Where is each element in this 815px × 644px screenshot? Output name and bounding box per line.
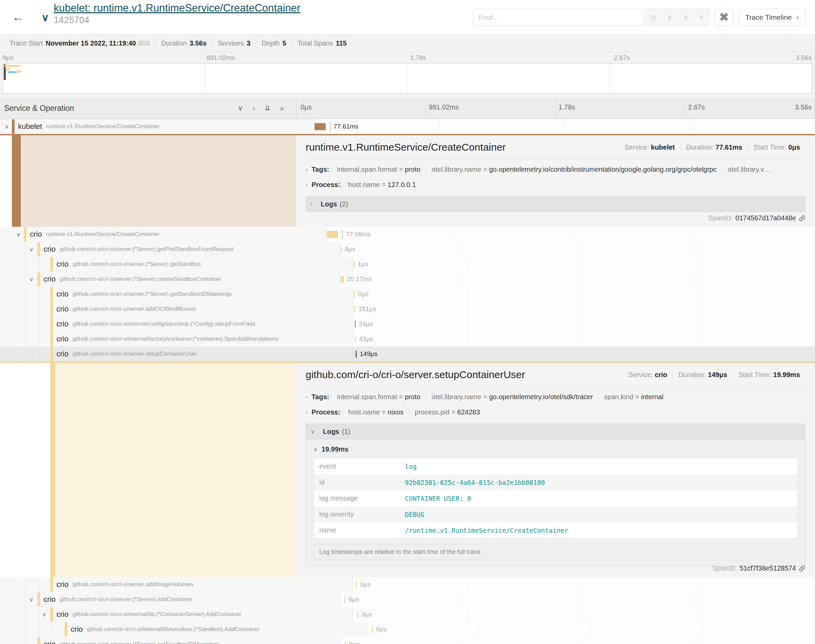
span-row[interactable]: ∨ crio github.com/cri-o/cri-o/server.add… bbox=[0, 577, 815, 592]
chevron-down-icon[interactable]: ∨ bbox=[29, 246, 33, 253]
find-input[interactable] bbox=[473, 9, 644, 26]
span-row[interactable]: ∨ crio github.com/cri-o/cri-o/internal/f… bbox=[0, 331, 815, 347]
process-row[interactable]: › Process: host.name = 127.0.0.1 bbox=[306, 181, 806, 189]
span-duration-bar[interactable] bbox=[354, 261, 355, 268]
next-match-icon[interactable]: ∨ bbox=[683, 13, 688, 22]
link-icon[interactable] bbox=[799, 565, 806, 572]
tags-row[interactable]: › Tags: internal.span.format = proto ote… bbox=[306, 393, 806, 401]
span-duration-bar[interactable] bbox=[354, 306, 355, 313]
logs-toggle[interactable]: ∨ Logs (1) bbox=[306, 424, 805, 439]
span-duration-label: 77.61ms bbox=[334, 123, 358, 130]
span-row[interactable]: ∨ crio github.com/cri-o/cri-o/server.(*S… bbox=[0, 637, 815, 644]
span-name-cell[interactable]: ∨ crio github.com/cri-o/cri-o/internal/l… bbox=[0, 607, 353, 622]
span-row[interactable]: ∨ crio github.com/cri-o/cri-o/internal/c… bbox=[0, 317, 815, 331]
trace-title-link[interactable]: kubelet: runtime.v1.RuntimeService/Creat… bbox=[54, 2, 300, 14]
chevron-right-icon: › bbox=[306, 182, 307, 188]
tags-row[interactable]: › Tags: internal.span.format = proto ote… bbox=[306, 166, 806, 173]
span-timeline-cell[interactable]: 0μs bbox=[367, 622, 815, 637]
span-name-cell[interactable]: ∨ crio runtime.v1.RuntimeService/CreateC… bbox=[0, 227, 326, 242]
chevron-down-icon[interactable]: ∨ bbox=[16, 231, 20, 238]
process-row[interactable]: › Process: host.name = nixos process.pid… bbox=[306, 408, 806, 416]
span-duration-bar[interactable] bbox=[345, 596, 345, 603]
span-timeline-cell[interactable]: 43μs bbox=[353, 331, 815, 347]
span-row[interactable]: ∨ crio github.com/cri-o/cri-o/internal/l… bbox=[0, 607, 815, 622]
span-service-name: crio bbox=[57, 580, 68, 589]
expand-all-icon[interactable]: » bbox=[280, 104, 284, 112]
span-timeline-cell[interactable]: 20.17ms bbox=[340, 272, 815, 287]
chevron-down-icon[interactable]: ∨ bbox=[29, 276, 33, 283]
span-name-cell[interactable]: ∨ crio github.com/cri-o/cri-o/server.(*S… bbox=[0, 287, 353, 302]
span-row[interactable]: ∨ crio github.com/cri-o/cri-o/server.add… bbox=[0, 302, 815, 317]
span-timeline-cell[interactable]: 6μs bbox=[340, 592, 815, 607]
span-duration-bar[interactable] bbox=[345, 641, 346, 644]
span-row[interactable]: ∨ crio github.com/cri-o/cri-o/server.(*S… bbox=[0, 592, 815, 607]
locate-icon[interactable]: ◎ bbox=[650, 13, 656, 22]
span-duration-bar[interactable] bbox=[372, 626, 373, 633]
span-row[interactable]: ∨ crio github.com/cri-o/cri-o/server.(*S… bbox=[0, 287, 815, 302]
chevron-down-icon[interactable]: ∨ bbox=[5, 123, 9, 130]
span-timeline-cell[interactable]: 24μs bbox=[353, 317, 815, 331]
span-row[interactable]: ∨ crio github.com/cri-o/cri-o/server.(*S… bbox=[0, 242, 815, 257]
log-entry-toggle[interactable]: ∨ 19.99ms bbox=[314, 445, 798, 453]
keyboard-shortcuts-button[interactable]: ⌘ bbox=[714, 9, 734, 26]
minimap-span-bar bbox=[5, 65, 20, 67]
span-name-cell[interactable]: ∨ crio github.com/cri-o/cri-o/server.(*S… bbox=[0, 637, 340, 644]
span-name-cell[interactable]: ∨ crio github.com/cri-o/cri-o/internal/l… bbox=[0, 622, 367, 637]
span-duration-bar[interactable] bbox=[357, 611, 358, 618]
span-name-cell[interactable]: ∨ kubelet runtime.v1.RuntimeService/Crea… bbox=[0, 119, 314, 134]
span-name-cell[interactable]: ∨ crio github.com/cri-o/cri-o/server.(*S… bbox=[0, 242, 340, 257]
prev-match-icon[interactable]: ∧ bbox=[667, 13, 672, 22]
minimap-canvas[interactable] bbox=[3, 63, 812, 94]
logs-section: ∨ Logs (1) ∨ 19.99ms eventlog id92b82381… bbox=[306, 424, 806, 566]
span-duration-label: 24μs bbox=[359, 320, 373, 328]
span-duration-bar[interactable] bbox=[354, 291, 355, 298]
clear-search-icon[interactable]: × bbox=[699, 13, 703, 22]
span-timeline-cell[interactable]: 0μs bbox=[340, 637, 815, 644]
span-timeline-cell[interactable]: 149μs bbox=[353, 347, 815, 362]
back-button[interactable]: ← bbox=[0, 0, 37, 34]
span-name-cell[interactable]: ∨ crio github.com/cri-o/cri-o/server.set… bbox=[0, 347, 353, 362]
span-name-cell[interactable]: ∨ crio github.com/cri-o/cri-o/internal/f… bbox=[0, 331, 353, 347]
span-name-cell[interactable]: ∨ crio github.com/cri-o/cri-o/server.add… bbox=[0, 577, 353, 592]
span-timeline-cell[interactable]: 77.08ms bbox=[326, 227, 815, 242]
span-timeline-cell[interactable]: 3μs bbox=[353, 607, 815, 622]
collapse-all-icon[interactable]: ⇊ bbox=[265, 104, 271, 112]
span-row[interactable]: ∨ crio runtime.v1.RuntimeService/CreateC… bbox=[0, 227, 815, 242]
trace-collapse-chevron-icon[interactable]: ∨ bbox=[41, 12, 49, 34]
span-timeline-cell[interactable]: 151μs bbox=[353, 302, 815, 317]
span-timeline-cell[interactable]: 0μs bbox=[353, 577, 815, 592]
span-duration-bar[interactable] bbox=[355, 320, 355, 328]
span-row[interactable]: ∨ kubelet runtime.v1.RuntimeService/Crea… bbox=[0, 119, 815, 134]
span-timeline-cell[interactable]: 0μs bbox=[353, 287, 815, 302]
span-detail-row: github.com/cri-o/cri-o/server.setupConta… bbox=[0, 362, 815, 577]
link-icon[interactable] bbox=[799, 215, 806, 222]
span-duration-bar[interactable] bbox=[314, 123, 326, 130]
expand-one-icon[interactable]: › bbox=[253, 104, 255, 112]
span-timeline-cell[interactable]: 77.61ms bbox=[314, 119, 815, 134]
span-duration-bar[interactable] bbox=[341, 246, 342, 253]
span-duration-bar[interactable] bbox=[355, 336, 356, 343]
span-row[interactable]: ∨ crio github.com/cri-o/cri-o/internal/l… bbox=[0, 622, 815, 637]
view-select-button[interactable]: Trace Timeline ∨ bbox=[739, 9, 806, 26]
span-duration-bar[interactable] bbox=[355, 351, 357, 358]
span-name-cell[interactable]: ∨ crio github.com/cri-o/cri-o/server.(*S… bbox=[0, 272, 340, 287]
span-duration-bar[interactable] bbox=[327, 231, 338, 238]
span-timeline-cell[interactable]: 1μs bbox=[353, 257, 815, 272]
span-name-cell[interactable]: ∨ crio github.com/cri-o/cri-o/internal/c… bbox=[0, 317, 353, 331]
span-row[interactable]: ∨ crio github.com/cri-o/cri-o/server.set… bbox=[0, 347, 815, 362]
span-duration-bar[interactable] bbox=[356, 581, 357, 588]
detail-header: github.com/cri-o/cri-o/server.setupConta… bbox=[306, 369, 806, 380]
span-service-name: crio bbox=[71, 625, 83, 634]
span-row[interactable]: ∨ crio github.com/cri-o/cri-o/server.(*S… bbox=[0, 257, 815, 272]
span-row[interactable]: ∨ crio github.com/cri-o/cri-o/server.(*S… bbox=[0, 272, 815, 287]
span-name-cell[interactable]: ∨ crio github.com/cri-o/cri-o/server.(*S… bbox=[0, 257, 353, 272]
span-duration-bar[interactable] bbox=[341, 276, 344, 283]
chevron-down-icon[interactable]: ∨ bbox=[42, 611, 46, 618]
chevron-down-icon[interactable]: ∨ bbox=[29, 596, 33, 603]
span-name-cell[interactable]: ∨ crio github.com/cri-o/cri-o/server.(*S… bbox=[0, 592, 340, 607]
span-name-cell[interactable]: ∨ crio github.com/cri-o/cri-o/server.add… bbox=[0, 302, 353, 317]
span-duration-label: 20.17ms bbox=[347, 275, 372, 283]
collapse-one-icon[interactable]: ∨ bbox=[237, 104, 243, 112]
logs-toggle[interactable]: › Logs (2) bbox=[306, 196, 806, 212]
span-timeline-cell[interactable]: 8μs bbox=[340, 242, 815, 257]
